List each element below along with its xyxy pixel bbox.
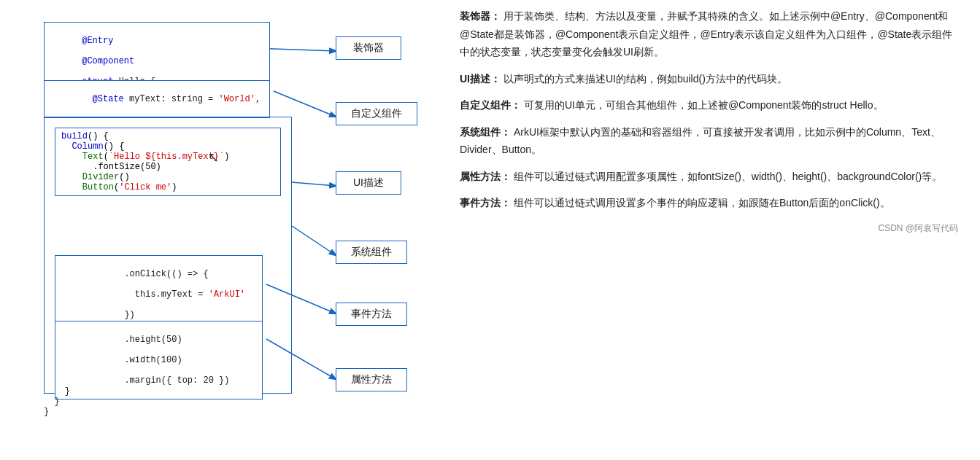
para-system-component: 系统组件： ArkUI框架中默认内置的基础和容器组件，可直接被开发者调用，比如示…: [460, 123, 958, 159]
para-attr-method: 属性方法： 组件可以通过链式调用配置多项属性，如fontSize()、width…: [460, 168, 958, 186]
term-custom-component: 自定义组件：: [460, 99, 521, 111]
label-custom-component: 自定义组件: [336, 102, 417, 125]
svg-line-3: [292, 226, 336, 255]
term-decorator: 装饰器：: [460, 10, 501, 22]
term-ui-desc: UI描述：: [460, 73, 501, 85]
term-attr-method: 属性方法：: [460, 171, 511, 182]
para-custom-component: 自定义组件： 可复用的UI单元，可组合其他组件，如上述被@Component装饰…: [460, 96, 958, 114]
term-system-component: 系统组件：: [460, 126, 511, 138]
label-decorator: 装饰器: [336, 36, 401, 60]
code-props: .height(50) .width(100) .margin({ top: 2…: [55, 321, 263, 399]
footer-text: CSDN @阿袁写代码: [878, 223, 958, 233]
term-event-method: 事件方法：: [460, 197, 511, 208]
code-build: build() { Column() { Text(`Hello ${this.…: [55, 128, 281, 196]
label-ui-desc: UI描述: [336, 171, 401, 195]
para-event-method: 事件方法： 组件可以通过链式调用设置多个事件的响应逻辑，如跟随在Button后面…: [460, 194, 958, 212]
left-panel: @Entry @Component struct Hello { @State …: [0, 0, 445, 460]
code-state: @State myText: string = 'World',: [44, 80, 270, 118]
label-system-component: 系统组件: [336, 241, 407, 264]
diagram-container: @Entry @Component struct Hello { @State …: [22, 15, 431, 445]
right-panel: 装饰器： 用于装饰类、结构、方法以及变量，并赋予其特殊的含义。如上述示例中@En…: [445, 0, 980, 460]
svg-line-1: [274, 91, 336, 117]
label-attr-method: 属性方法: [336, 368, 407, 391]
para-decorator: 装饰器： 用于装饰类、结构、方法以及变量，并赋予其特殊的含义。如上述示例中@En…: [460, 7, 958, 61]
footer: CSDN @阿袁写代码: [460, 221, 958, 235]
label-event-method: 事件方法: [336, 303, 407, 326]
cursor-icon: ↖: [208, 149, 219, 165]
svg-line-2: [292, 182, 336, 186]
para-ui-desc: UI描述： 以声明式的方式来描述UI的结构，例如build()方法中的代码块。: [460, 70, 958, 88]
code-closing: } } }: [44, 386, 70, 417]
